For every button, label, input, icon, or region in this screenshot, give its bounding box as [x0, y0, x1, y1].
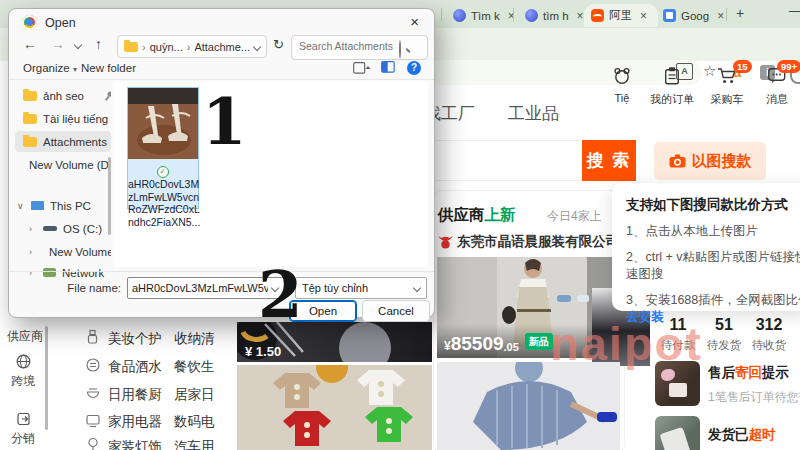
- category-storage[interactable]: 收纳清: [174, 330, 215, 348]
- breadcrumb-parent[interactable]: quỳn...: [150, 41, 183, 53]
- category-digital[interactable]: 数码电: [174, 413, 215, 431]
- search-input[interactable]: [425, 140, 582, 181]
- tab-2[interactable]: tìm h ×: [518, 4, 591, 27]
- image-search-button[interactable]: 以图搜款: [654, 142, 766, 180]
- refresh-button[interactable]: ↻: [273, 37, 284, 52]
- document-share-icon: [17, 412, 31, 426]
- food-icon: [85, 357, 101, 373]
- quick-action-label: 采购车: [701, 92, 753, 107]
- tab-label: 阿里: [609, 8, 632, 23]
- help-icon[interactable]: ?: [407, 61, 421, 75]
- category-lighting[interactable]: 家装灯饰: [108, 438, 162, 450]
- folder-icon: [124, 42, 138, 52]
- quick-action-label: 我的订单: [646, 92, 698, 107]
- recent-locations-chevron[interactable]: [74, 41, 82, 49]
- sidebar-scrollbar[interactable]: [108, 157, 111, 235]
- search-button[interactable]: 搜 索: [582, 140, 636, 181]
- title-pre: 售后: [708, 365, 735, 380]
- file-name-input[interactable]: [128, 282, 272, 294]
- message-count-badge: 99+: [777, 60, 800, 73]
- category-kitchen[interactable]: 日用餐厨: [108, 386, 162, 404]
- sidebar-label: Tài liệu tiếng: [43, 113, 108, 125]
- breadcrumb-current[interactable]: Attachme...: [194, 41, 250, 53]
- category-auto[interactable]: 汽车用: [174, 438, 215, 450]
- title-post: 提示: [762, 365, 789, 380]
- category-catering[interactable]: 餐饮生: [174, 358, 215, 376]
- tab-close-icon[interactable]: ×: [717, 9, 724, 23]
- sidebar-item-new-volume[interactable]: New Volume (D:: [15, 154, 111, 175]
- new-tab-button[interactable]: +: [736, 5, 744, 21]
- sidebar-item-anh-seo[interactable]: ảnh seo: [15, 85, 111, 106]
- rail-item-distribution[interactable]: 分销: [11, 430, 35, 447]
- sidebar-item-os-c[interactable]: › OS (C:): [15, 218, 111, 239]
- file-type-select[interactable]: Tệp tùy chỉnh: [295, 277, 427, 299]
- category-beauty[interactable]: 美妆个护: [108, 330, 162, 348]
- tree-expanded-icon[interactable]: ∨: [17, 201, 25, 211]
- dialog-search-input[interactable]: [292, 36, 407, 56]
- quick-action-utilities[interactable]: Tiệ: [596, 66, 648, 104]
- collage-price: ¥ 1.50: [245, 344, 281, 359]
- rail-item-supplier[interactable]: 供应商: [7, 328, 43, 345]
- sidebar-item-network[interactable]: › Network: [15, 262, 111, 283]
- cancel-button[interactable]: Cancel: [362, 300, 430, 322]
- quick-action-my-orders[interactable]: 我的订单: [646, 66, 698, 107]
- selected-file[interactable]: ✓aHR0cDovL3M zLmFwLW5vcn RoZWFzdC0xL ndh…: [127, 87, 199, 209]
- tab-separator: [726, 8, 727, 21]
- tree-collapsed-icon[interactable]: ›: [29, 268, 37, 278]
- product-image-sweaters[interactable]: [237, 365, 432, 450]
- supplier-row[interactable]: 东莞市晶语晨服装有限公司: [438, 233, 619, 251]
- quick-action-label: Tiệ: [596, 92, 648, 104]
- divider: [9, 271, 434, 272]
- cart-count-badge: 15: [733, 60, 752, 73]
- breadcrumb-chevron[interactable]: [253, 42, 261, 50]
- tab-4[interactable]: Goog ×: [656, 4, 731, 27]
- tab-close-icon[interactable]: ×: [577, 9, 584, 23]
- page-scrollbar[interactable]: [45, 326, 48, 430]
- view-mode-icon[interactable]: [353, 62, 371, 74]
- up-button[interactable]: ↑: [95, 36, 102, 52]
- chrome-logo-icon: [22, 15, 37, 30]
- sidebar-item-this-pc[interactable]: ∨ This PC: [15, 195, 111, 216]
- forward-button[interactable]: →: [51, 36, 65, 52]
- tree-collapsed-icon[interactable]: ›: [29, 224, 37, 234]
- category-appliance[interactable]: 家用电器: [108, 413, 162, 431]
- sidebar-label: Network: [62, 267, 104, 279]
- new-product-badge: 新品: [525, 333, 553, 350]
- organize-menu[interactable]: Organize ▾: [23, 62, 77, 74]
- appliance-icon: [85, 412, 101, 428]
- tab-3-active[interactable]: 阿里 ×: [584, 4, 658, 27]
- file-type-value: Tệp tùy chỉnh: [302, 282, 414, 294]
- sidebar-item-tai-lieu[interactable]: Tài liệu tiếng: [15, 108, 111, 129]
- minimize-button[interactable]: —: [789, 4, 800, 18]
- feed-meta: 今日4家上: [547, 208, 602, 225]
- tab-close-icon[interactable]: ×: [640, 9, 647, 23]
- tree-collapsed-icon[interactable]: ›: [29, 247, 37, 257]
- dialog-close-button[interactable]: ×: [405, 13, 424, 30]
- tab-1[interactable]: Tìm k ×: [446, 4, 522, 27]
- mascot-icon: [612, 66, 632, 85]
- category-home[interactable]: 居家日: [174, 386, 215, 404]
- rail-item-crossborder[interactable]: 跨境: [11, 373, 35, 390]
- nav-tab-industrial[interactable]: 工业品: [508, 102, 559, 125]
- select-chevron: [413, 284, 421, 292]
- sidebar-item-attachments[interactable]: Attachments: [15, 131, 111, 152]
- shipment-timeout-card[interactable]: 发货已超时: [708, 426, 776, 444]
- category-food[interactable]: 食品酒水: [108, 358, 162, 376]
- search-magnifier-icon: [399, 40, 401, 59]
- camera-icon: [669, 154, 686, 168]
- tab-label: tìm h: [543, 10, 569, 22]
- new-folder-button[interactable]: New folder: [81, 62, 136, 74]
- folder-icon: [23, 114, 37, 124]
- preview-pane-icon[interactable]: [381, 61, 395, 73]
- breadcrumb[interactable]: › quỳn... › Attachme...: [117, 35, 267, 58]
- folder-icon: [23, 137, 37, 147]
- aftersale-card[interactable]: 售后寄回提示 1笔售后订单待您寄回: [708, 364, 800, 406]
- supplier-name: 东莞市晶语晨服装有限公司: [457, 233, 619, 251]
- dialog-search-box[interactable]: [291, 35, 428, 60]
- product-image-blue-shirt[interactable]: [437, 362, 620, 450]
- organize-label: Organize: [23, 62, 70, 74]
- divider: [9, 79, 434, 80]
- back-button[interactable]: ←: [23, 36, 37, 52]
- title-highlight: 超时: [749, 427, 776, 442]
- sidebar-item-new-volume-d[interactable]: › New Volume (D: [15, 241, 111, 262]
